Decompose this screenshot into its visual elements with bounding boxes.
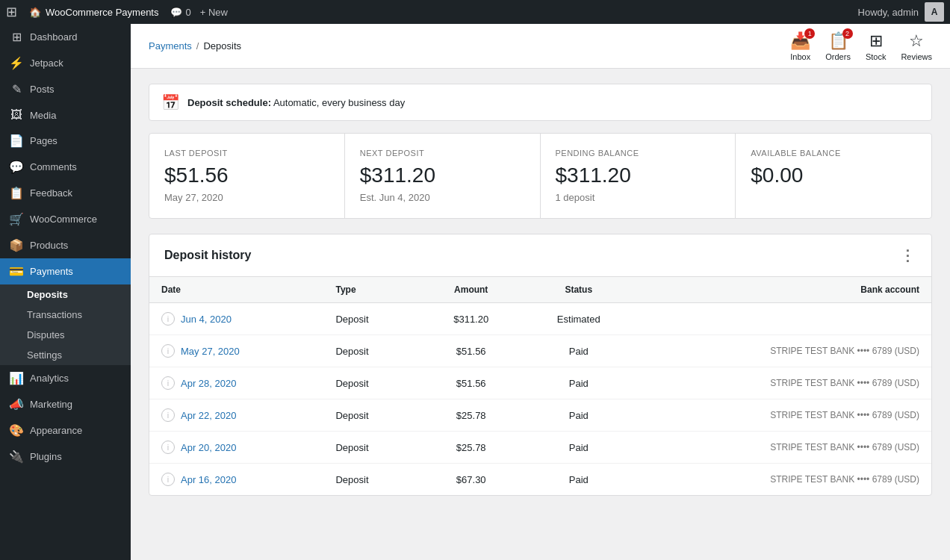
table-row: i Apr 20, 2020 Deposit $25.78 Paid STRIP… xyxy=(149,432,931,464)
sidebar-item-jetpack[interactable]: ⚡ Jetpack xyxy=(0,50,131,76)
sidebar-item-deposits[interactable]: Deposits xyxy=(0,284,131,305)
marketing-icon: 📣 xyxy=(9,397,24,411)
site-name[interactable]: 🏠 WooCommerce Payments xyxy=(29,7,158,18)
sidebar-item-transactions[interactable]: Transactions xyxy=(0,305,131,325)
payments-icon: 💳 xyxy=(9,264,24,279)
inbox-icon: 📥1 xyxy=(790,31,810,51)
main-layout: ⊞ Dashboard ⚡ Jetpack ✎ Posts 🖼 Media 📄 … xyxy=(0,24,950,560)
deposit-history-title: Deposit history xyxy=(164,249,251,262)
sidebar-item-pages[interactable]: 📄 Pages xyxy=(0,128,131,154)
stat-available-balance: AVAILABLE BALANCE $0.00 xyxy=(736,134,931,218)
row-info-icon-5[interactable]: i xyxy=(161,473,175,486)
cell-type-3: Deposit xyxy=(323,399,420,432)
table-body: i Jun 4, 2020 Deposit $311.20 Estimated … xyxy=(149,303,931,496)
deposit-schedule-banner: 📅 Deposit schedule: Automatic, every bus… xyxy=(149,84,932,121)
cell-date-2: i Apr 28, 2020 xyxy=(149,367,323,399)
toolbar-orders[interactable]: 📋2 Orders xyxy=(825,31,851,61)
stat-last-deposit-sub: May 27, 2020 xyxy=(164,192,329,203)
table-row: i May 27, 2020 Deposit $51.56 Paid STRIP… xyxy=(149,335,931,367)
feedback-icon: 📋 xyxy=(9,186,24,200)
row-info-icon-3[interactable]: i xyxy=(161,408,175,422)
breadcrumb-current: Deposits xyxy=(203,40,241,52)
cell-date-4: i Apr 20, 2020 xyxy=(149,432,323,463)
cell-bank-5: STRIPE TEST BANK •••• 6789 (USD) xyxy=(636,464,931,496)
stat-available-balance-label: AVAILABLE BALANCE xyxy=(751,149,916,158)
toolbar-inbox[interactable]: 📥1 Inbox xyxy=(790,31,810,61)
stat-pending-balance-label: PENDING BALANCE xyxy=(556,149,721,158)
sidebar-item-appearance[interactable]: 🎨 Appearance xyxy=(0,417,131,444)
cell-amount-4: $25.78 xyxy=(420,432,521,464)
sidebar-item-media[interactable]: 🖼 Media xyxy=(0,102,131,128)
cell-bank-2: STRIPE TEST BANK •••• 6789 (USD) xyxy=(636,367,931,399)
user-menu[interactable]: Howdy, admin A xyxy=(858,2,944,22)
date-link-3[interactable]: Apr 22, 2020 xyxy=(181,410,236,421)
cell-date-5: i Apr 16, 2020 xyxy=(149,464,323,495)
cell-status-5: Paid xyxy=(521,464,636,496)
sidebar-item-settings[interactable]: Settings xyxy=(0,345,131,365)
more-options-button[interactable]: ⋮ xyxy=(900,246,916,264)
sidebar-item-products[interactable]: 📦 Products xyxy=(0,232,131,258)
cell-type-0: Deposit xyxy=(323,303,420,335)
sidebar-item-payments[interactable]: 💳 Payments xyxy=(0,258,131,284)
sidebar-item-analytics[interactable]: 📊 Analytics xyxy=(0,365,131,391)
cell-bank-3: STRIPE TEST BANK •••• 6789 (USD) xyxy=(636,399,931,432)
cell-bank-0 xyxy=(636,303,931,335)
woocommerce-icon: 🛒 xyxy=(9,212,24,226)
table-row: i Jun 4, 2020 Deposit $311.20 Estimated xyxy=(149,303,931,335)
breadcrumb-separator: / xyxy=(196,40,199,52)
sidebar-item-dashboard[interactable]: ⊞ Dashboard xyxy=(0,24,131,50)
stat-pending-balance: PENDING BALANCE $311.20 1 deposit xyxy=(541,134,736,218)
orders-icon: 📋2 xyxy=(828,31,848,51)
toolbar-icons: 📥1 Inbox 📋2 Orders ⊞ Stock ☆ Reviews xyxy=(790,31,932,61)
date-link-0[interactable]: Jun 4, 2020 xyxy=(181,314,232,325)
stat-pending-balance-value: $311.20 xyxy=(556,164,721,187)
row-info-icon-1[interactable]: i xyxy=(161,344,175,358)
wp-logo-icon[interactable]: ⊞ xyxy=(6,4,17,20)
sidebar-item-feedback[interactable]: 📋 Feedback xyxy=(0,180,131,206)
stat-next-deposit-value: $311.20 xyxy=(360,164,525,187)
stat-available-balance-value: $0.00 xyxy=(751,164,916,187)
stats-grid: LAST DEPOSIT $51.56 May 27, 2020 NEXT DE… xyxy=(149,133,932,219)
products-icon: 📦 xyxy=(9,238,24,252)
sidebar-item-disputes[interactable]: Disputes xyxy=(0,325,131,345)
date-link-4[interactable]: Apr 20, 2020 xyxy=(181,442,236,453)
media-icon: 🖼 xyxy=(9,108,24,122)
row-info-icon-2[interactable]: i xyxy=(161,376,175,390)
date-link-5[interactable]: Apr 16, 2020 xyxy=(181,474,236,485)
stat-pending-balance-sub: 1 deposit xyxy=(556,192,721,203)
date-link-2[interactable]: Apr 28, 2020 xyxy=(181,378,236,389)
cell-date-0: i Jun 4, 2020 xyxy=(149,303,323,335)
payments-submenu: Deposits Transactions Disputes Settings xyxy=(0,284,131,365)
reviews-icon: ☆ xyxy=(909,31,924,51)
breadcrumb: Payments / Deposits xyxy=(149,40,241,52)
appearance-icon: 🎨 xyxy=(9,423,24,438)
sidebar-item-marketing[interactable]: 📣 Marketing xyxy=(0,391,131,417)
cell-amount-2: $51.56 xyxy=(420,367,521,399)
stat-last-deposit: LAST DEPOSIT $51.56 May 27, 2020 xyxy=(149,134,345,218)
comments-icon-link[interactable]: 💬 0 xyxy=(170,7,190,18)
toolbar-reviews[interactable]: ☆ Reviews xyxy=(901,31,932,61)
cell-status-0: Estimated xyxy=(521,303,636,335)
date-link-1[interactable]: May 27, 2020 xyxy=(181,346,240,357)
sidebar-item-woocommerce[interactable]: 🛒 WooCommerce xyxy=(0,206,131,232)
table-header: Date Type Amount Status Bank account xyxy=(149,277,931,303)
cell-amount-0: $311.20 xyxy=(420,303,521,335)
new-item-button[interactable]: + New xyxy=(200,7,228,18)
sidebar-item-plugins[interactable]: 🔌 Plugins xyxy=(0,444,131,470)
cell-date-1: i May 27, 2020 xyxy=(149,335,323,367)
breadcrumb-parent-link[interactable]: Payments xyxy=(149,40,192,52)
deposit-history-header: Deposit history ⋮ xyxy=(149,234,931,277)
cell-amount-5: $67.30 xyxy=(420,464,521,496)
row-info-icon-0[interactable]: i xyxy=(161,312,175,326)
table-row: i Apr 28, 2020 Deposit $51.56 Paid STRIP… xyxy=(149,367,931,399)
row-info-icon-4[interactable]: i xyxy=(161,441,175,454)
cell-type-1: Deposit xyxy=(323,335,420,367)
pages-icon: 📄 xyxy=(9,134,24,148)
table-row: i Apr 22, 2020 Deposit $25.78 Paid STRIP… xyxy=(149,399,931,432)
stat-last-deposit-label: LAST DEPOSIT xyxy=(164,149,329,158)
sidebar-item-posts[interactable]: ✎ Posts xyxy=(0,76,131,102)
col-date: Date xyxy=(149,277,323,303)
toolbar-stock[interactable]: ⊞ Stock xyxy=(866,31,887,61)
sidebar-item-comments[interactable]: 💬 Comments xyxy=(0,154,131,180)
cell-status-1: Paid xyxy=(521,335,636,367)
